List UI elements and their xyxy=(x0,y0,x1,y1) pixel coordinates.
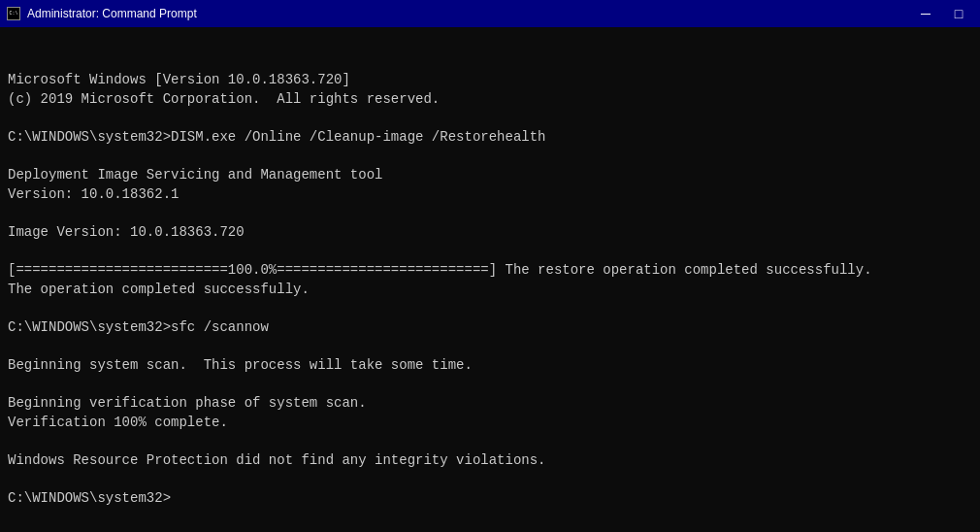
maximize-button[interactable]: □ xyxy=(943,3,974,24)
minimize-button[interactable]: ─ xyxy=(910,3,941,24)
terminal-line: (c) 2019 Microsoft Corporation. All righ… xyxy=(8,90,972,110)
terminal-line xyxy=(8,243,972,262)
terminal-line: Verification 100% complete. xyxy=(8,414,972,433)
terminal-line xyxy=(8,204,972,223)
terminal-line: Version: 10.0.18362.1 xyxy=(8,185,972,205)
terminal-line: Beginning system scan. This process will… xyxy=(8,356,972,376)
title-bar-text: Administrator: Command Prompt xyxy=(27,7,197,20)
terminal-line: The operation completed successfully. xyxy=(8,281,972,300)
title-bar-left: Administrator: Command Prompt xyxy=(6,6,197,21)
terminal-line xyxy=(8,338,972,357)
terminal-line: Image Version: 10.0.18363.720 xyxy=(8,223,972,243)
cmd-icon xyxy=(6,6,21,21)
terminal-line: Windows Resource Protection did not find… xyxy=(8,451,972,471)
terminal-body[interactable]: Microsoft Windows [Version 10.0.18363.72… xyxy=(0,27,980,532)
title-bar: Administrator: Command Prompt ─ □ xyxy=(0,0,980,27)
terminal-line: C:\WINDOWS\system32>DISM.exe /Online /Cl… xyxy=(8,128,972,148)
terminal-line: [==========================100.0%=======… xyxy=(8,261,972,281)
terminal-line xyxy=(8,299,972,318)
title-bar-controls: ─ □ xyxy=(910,3,974,24)
terminal-line: C:\WINDOWS\system32> xyxy=(8,489,972,509)
terminal-line: C:\WINDOWS\system32>sfc /scannow xyxy=(8,318,972,338)
terminal-line xyxy=(8,471,972,490)
terminal-line: Beginning verification phase of system s… xyxy=(8,394,972,414)
terminal-line xyxy=(8,432,972,451)
terminal-line xyxy=(8,376,972,395)
terminal-line: Microsoft Windows [Version 10.0.18363.72… xyxy=(8,71,972,90)
window: Administrator: Command Prompt ─ □ Micros… xyxy=(0,0,980,532)
terminal-line: Deployment Image Servicing and Managemen… xyxy=(8,166,972,185)
terminal-line xyxy=(8,109,972,128)
terminal-line xyxy=(8,148,972,167)
